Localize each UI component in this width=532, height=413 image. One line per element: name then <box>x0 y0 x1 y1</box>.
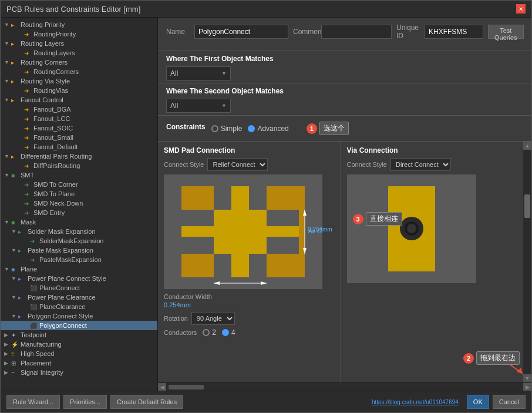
tree-item-routing-priority[interactable]: ▼ ▸ Routing Priority <box>1 20 157 29</box>
folder-icon: ■ <box>11 219 19 226</box>
tree-item-soldermaskexpansion[interactable]: ➜ SolderMaskExpansion <box>1 236 157 246</box>
tree-item-fanout-small[interactable]: ➜ Fanout_Small <box>1 133 157 142</box>
arrow-icon: ▼ <box>4 78 11 84</box>
tree-item-smt[interactable]: ▼ ■ SMT <box>1 170 157 180</box>
tree-item-paste-mask-exp[interactable]: ▼ ▸ Paste Mask Expansion <box>1 246 157 255</box>
tree-item-plane[interactable]: ▼ ■ Plane <box>1 264 157 274</box>
tree-item-label: Routing Layers <box>21 40 155 47</box>
arrow-icon: ▼ <box>4 266 11 272</box>
tree-item-label: PolygonConnect <box>39 322 155 329</box>
smd-connect-style-select[interactable]: Relief Connect Direct Connect No Connect <box>207 158 268 171</box>
conductor-2-circle <box>203 329 210 336</box>
arrow-icon: ▶ <box>4 332 11 338</box>
scroll-left-button[interactable]: ◀ <box>158 383 166 391</box>
tree-item-fanout-default[interactable]: ➜ Fanout_Default <box>1 142 157 152</box>
arrow-icon: ▶ <box>4 360 11 366</box>
tree-item-solder-mask-exp[interactable]: ▼ ▸ Solder Mask Expansion <box>1 227 157 236</box>
simple-radio[interactable]: Simple <box>211 125 243 133</box>
priorities-button[interactable]: Priorities... <box>63 395 107 409</box>
horizontal-scrollbar[interactable]: ◀ ▶ <box>158 382 531 391</box>
tree-item-diff-pairs[interactable]: ▼ ▸ Differential Pairs Routing <box>1 152 157 161</box>
tree-item-fanout-soic[interactable]: ➜ Fanout_SOIC <box>1 123 157 133</box>
test-queries-button[interactable]: Test Queries <box>488 25 524 39</box>
scroll-right-button[interactable]: ▶ <box>523 383 531 391</box>
tree-item-label: SMD To Corner <box>33 181 155 188</box>
tree-item-routingcorners[interactable]: ➜ RoutingCorners <box>1 67 157 76</box>
placement-icon: ⊞ <box>11 360 19 367</box>
rule-icon: ➜ <box>24 106 32 113</box>
scroll-thumb-h[interactable] <box>169 385 204 390</box>
tree-item-routinglayers[interactable]: ➜ RoutingLayers <box>1 48 157 58</box>
tree-item-fanout-control[interactable]: ▼ ▸ Fanout Control <box>1 95 157 105</box>
tree-item-smd-plane[interactable]: ➜ SMD To Plane <box>1 189 157 199</box>
tree-item-power-plane-clearance[interactable]: ▼ ▸ Power Plane Clearance <box>1 293 157 302</box>
tree-item-high-speed[interactable]: ▶ ≡ High Speed <box>1 349 157 358</box>
tree-item-pastemaskexpansion[interactable]: ➜ PasteMaskExpansion <box>1 255 157 264</box>
conductor-2-label: 2 <box>212 328 216 337</box>
tree-item-smd-entry[interactable]: ➜ SMD Entry <box>1 208 157 217</box>
tree-item-placement[interactable]: ▶ ⊞ Placement <box>1 358 157 368</box>
svg-point-25 <box>407 224 416 233</box>
rule-icon: ➜ <box>24 116 32 122</box>
tree-item-planeconnect[interactable]: ⬛ PlaneConnect <box>1 283 157 293</box>
rule-icon: ➜ <box>24 125 32 132</box>
tree-item-diffpairsrouting[interactable]: ➜ DiffPairsRouting <box>1 161 157 170</box>
tree-item-label: Fanout_SOIC <box>33 125 155 132</box>
tree-item-polygon-connect-style[interactable]: ▼ ▸ Polygon Connect Style <box>1 311 157 321</box>
tree-item-label: Differential Pairs Routing <box>21 153 155 160</box>
conductor-2-radio[interactable]: 2 <box>203 328 216 337</box>
rotation-select[interactable]: 90 Angle 45 Angle <box>191 312 235 325</box>
annotation-1-badge: 1 <box>307 123 317 134</box>
conductors-label: Conductors <box>164 329 197 336</box>
cancel-button[interactable]: Cancel <box>493 395 526 409</box>
vertical-scrollbar[interactable]: ▲ ▼ <box>523 142 531 382</box>
arrow-icon: ▼ <box>4 153 11 159</box>
tree-item-power-plane-connect[interactable]: ▼ ▸ Power Plane Connect Style <box>1 274 157 283</box>
tree-item-polygonconnect[interactable]: ⬛ PolygonConnect <box>1 321 157 330</box>
create-default-rules-button[interactable]: Create Default Rules <box>110 395 183 409</box>
where-first-section: Where The First Object Matches All ▼ <box>158 51 531 83</box>
tree-item-routingvias[interactable]: ➜ RoutingVias <box>1 86 157 95</box>
tree-item-routing-layers[interactable]: ▼ ▸ Routing Layers <box>1 39 157 48</box>
where-second-dropdown[interactable]: All ▼ <box>166 99 231 113</box>
tree-item-mask[interactable]: ▼ ■ Mask <box>1 217 157 227</box>
tree-item-label: Fanout_BGA <box>33 106 155 113</box>
tree-item-label: Placement <box>21 360 155 367</box>
advanced-radio-circle <box>248 125 255 132</box>
name-label: Name <box>166 28 190 36</box>
tree-item-testpoint[interactable]: ▶ ✦ Testpoint <box>1 330 157 340</box>
rule-wizard-button[interactable]: Rule Wizard... <box>6 395 60 409</box>
url-link[interactable]: https://blog.csdn.net/u011047694 <box>187 399 459 405</box>
tree-item-fanout-lcc[interactable]: ➜ Fanout_LCC <box>1 114 157 123</box>
uid-input[interactable] <box>425 25 483 39</box>
conductor-4-radio[interactable]: 4 <box>222 328 235 337</box>
close-button[interactable]: ✕ <box>516 4 526 14</box>
svg-rect-21 <box>435 186 470 271</box>
name-input[interactable] <box>194 25 288 39</box>
tree-item-routing-corners[interactable]: ▼ ▸ Routing Corners <box>1 58 157 67</box>
where-first-dropdown[interactable]: All ▼ <box>166 66 231 80</box>
tree-item-routingpriority[interactable]: ➜ RoutingPriority <box>1 29 157 39</box>
conductor-width-label: Conductor Width <box>164 293 335 300</box>
rule-icon: ➜ <box>24 31 32 38</box>
via-connect-style-select[interactable]: Direct Connect Relief Connect No Connect <box>390 158 451 171</box>
scroll-up-button[interactable]: ▲ <box>523 142 531 150</box>
tree-item-planeclearance[interactable]: ⬛ PlaneClearance <box>1 302 157 311</box>
tree-item-routing-via-style[interactable]: ▼ ▸ Routing Via Style <box>1 76 157 86</box>
conductor-4-label: 4 <box>231 328 235 337</box>
tree-item-label: RoutingVias <box>33 87 155 94</box>
advanced-radio[interactable]: Advanced <box>248 125 288 133</box>
tree-item-smd-neckdown[interactable]: ➜ SMD Neck-Down <box>1 199 157 208</box>
scroll-thumb[interactable] <box>524 194 530 218</box>
arrow-icon: ▼ <box>11 247 18 253</box>
tree-item-manufacturing[interactable]: ▶ ⚡ Manufacturing <box>1 340 157 349</box>
comment-input[interactable] <box>321 25 392 39</box>
tree-item-fanout-bga[interactable]: ➜ Fanout_BGA <box>1 105 157 114</box>
tree-item-signal-integrity[interactable]: ▶ ~ Signal Integrity <box>1 368 157 377</box>
arrow-icon: ▼ <box>4 97 11 103</box>
tree-item-smd-corner[interactable]: ➜ SMD To Corner <box>1 180 157 189</box>
conductor-width-value: 0.254mm <box>164 301 335 308</box>
where-first-title: Where The First Object Matches <box>166 55 523 63</box>
tree-item-label: Power Plane Connect Style <box>28 275 155 282</box>
ok-button[interactable]: OK <box>467 395 489 409</box>
